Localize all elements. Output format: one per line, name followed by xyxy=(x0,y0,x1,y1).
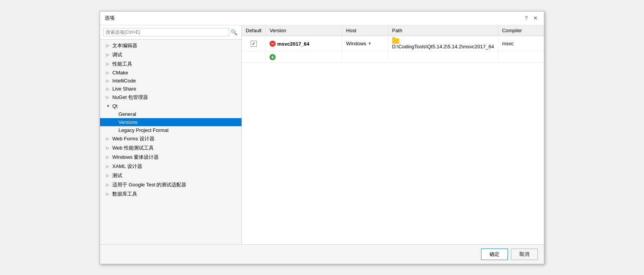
sidebar-item-qt-legacy[interactable]: Legacy Project Format xyxy=(100,126,242,134)
sidebar-item-web-perf[interactable]: ▷Web 性能测试工具 xyxy=(100,143,242,153)
cancel-button[interactable]: 取消 xyxy=(511,249,538,260)
expand-icon: ▼ xyxy=(106,104,111,108)
sidebar-item-label: Live Share xyxy=(112,86,136,92)
sidebar-item-label: Legacy Project Format xyxy=(118,127,169,133)
sidebar-item-label: Web Forms 设计器 xyxy=(112,135,154,142)
sidebar-item-windows-designer[interactable]: ▷Windows 窗体设计器 xyxy=(100,153,242,162)
table-row xyxy=(242,52,544,63)
compiler-value: msvc xyxy=(502,41,514,46)
title-bar-left: 选项 xyxy=(105,15,115,21)
sidebar-item-label: 文本编辑器 xyxy=(112,42,137,49)
expand-icon: ▷ xyxy=(106,79,111,83)
expand-icon: ▷ xyxy=(106,155,111,159)
sidebar-item-live-share[interactable]: ▷Live Share xyxy=(100,85,242,93)
title-bar-buttons: ? ✕ xyxy=(522,14,539,22)
sidebar-item-label: 调试 xyxy=(112,51,122,58)
tree-container: ▷文本编辑器▷调试▷性能工具▷CMake▷IntelliCode▷Live Sh… xyxy=(100,40,242,244)
sidebar-item-label: Versions xyxy=(118,119,138,125)
host-value: Windows xyxy=(346,41,366,46)
sidebar-item-label: 数据库工具 xyxy=(112,191,137,198)
expand-icon: ▷ xyxy=(106,183,111,187)
col-header-compiler: Compiler xyxy=(498,25,544,36)
expand-icon: ▷ xyxy=(106,173,111,178)
sidebar-item-xaml-designer[interactable]: ▷XAML 设计器 xyxy=(100,162,242,171)
ok-button[interactable]: 确定 xyxy=(481,249,508,260)
checkbox-checked[interactable]: ✓ xyxy=(251,41,257,47)
sidebar-item-web-forms[interactable]: ▷Web Forms 设计器 xyxy=(100,134,242,143)
sidebar-item-google-test[interactable]: ▷适用于 Google Test 的测试适配器 xyxy=(100,180,242,189)
sidebar-item-text-editor[interactable]: ▷文本编辑器 xyxy=(100,41,242,50)
cell-default-0[interactable]: ✓ xyxy=(242,36,266,52)
sidebar-item-qt-general[interactable]: General xyxy=(100,110,242,118)
col-header-host: Host xyxy=(342,25,388,36)
path-value: D:\CodingTools\Qt5.14.2\5.14.2\msvc2017_… xyxy=(392,44,494,49)
table-row: ✓msvc2017_64Windows▼D:\CodingTools\Qt5.1… xyxy=(242,36,544,52)
sidebar-item-label: Qt xyxy=(112,103,118,109)
expand-icon: ▷ xyxy=(106,146,111,150)
sidebar-item-label: NuGet 包管理器 xyxy=(112,94,148,101)
cell-version-1[interactable] xyxy=(266,52,342,63)
sidebar-item-label: 性能工具 xyxy=(112,61,132,68)
cell-path-0: D:\CodingTools\Qt5.14.2\5.14.2\msvc2017_… xyxy=(388,36,498,52)
search-input[interactable] xyxy=(103,28,229,36)
expand-icon: ▷ xyxy=(106,95,111,99)
options-dialog: 选项 ? ✕ 🔍 ▷文本编辑器▷调试▷性能工具▷CMake▷IntelliCod… xyxy=(100,11,544,264)
sidebar-item-nuget[interactable]: ▷NuGet 包管理器 xyxy=(100,93,242,102)
cell-version-0: msvc2017_64 xyxy=(266,36,342,52)
sidebar-item-cmake[interactable]: ▷CMake xyxy=(100,69,242,77)
expand-icon: ▷ xyxy=(106,62,111,66)
search-icon: 🔍 xyxy=(231,29,237,35)
table-header-row: Default Version Host Path Compiler xyxy=(242,25,544,36)
dialog-body: 🔍 ▷文本编辑器▷调试▷性能工具▷CMake▷IntelliCode▷Live … xyxy=(100,25,544,244)
versions-table: Default Version Host Path Compiler ✓msvc… xyxy=(242,25,544,63)
sidebar-item-label: 适用于 Google Test 的测试适配器 xyxy=(112,181,186,188)
dropdown-arrow-icon: ▼ xyxy=(368,41,372,46)
cell-host-0[interactable]: Windows▼ xyxy=(342,36,388,52)
red-minus-icon xyxy=(269,41,276,47)
sidebar-item-label: IntelliCode xyxy=(112,78,136,84)
cell-host-1 xyxy=(342,52,388,63)
expand-icon: ▷ xyxy=(106,87,111,91)
cell-compiler-1 xyxy=(498,52,544,63)
sidebar-item-label: CMake xyxy=(112,70,128,76)
green-plus-icon xyxy=(269,54,276,60)
expand-icon: ▷ xyxy=(106,192,111,196)
sidebar-item-label: Web 性能测试工具 xyxy=(112,145,154,151)
sidebar-item-perf-tools[interactable]: ▷性能工具 xyxy=(100,59,242,69)
close-button[interactable]: ✕ xyxy=(532,14,539,22)
dialog-footer: 确定 取消 xyxy=(100,244,544,264)
sidebar-item-label: Windows 窗体设计器 xyxy=(112,154,159,161)
expand-icon: ▷ xyxy=(106,71,111,75)
sidebar-item-debug[interactable]: ▷调试 xyxy=(100,50,242,59)
search-bar: 🔍 xyxy=(100,25,242,40)
expand-icon: ▷ xyxy=(106,43,111,48)
expand-icon: ▷ xyxy=(106,53,111,57)
sidebar-item-db-tools[interactable]: ▷数据库工具 xyxy=(100,189,242,199)
cell-path-1 xyxy=(388,52,498,63)
sidebar: 🔍 ▷文本编辑器▷调试▷性能工具▷CMake▷IntelliCode▷Live … xyxy=(100,25,242,244)
search-icon-button[interactable]: 🔍 xyxy=(229,28,238,37)
host-dropdown[interactable]: Windows▼ xyxy=(346,41,384,46)
version-name-label: msvc2017_64 xyxy=(277,41,309,47)
cell-compiler-0: msvc xyxy=(498,36,544,52)
folder-icon xyxy=(392,38,399,44)
col-header-version: Version xyxy=(266,25,342,36)
sidebar-item-label: General xyxy=(118,111,136,117)
col-header-default: Default xyxy=(242,25,266,36)
sidebar-item-intellicode[interactable]: ▷IntelliCode xyxy=(100,77,242,85)
title-bar: 选项 ? ✕ xyxy=(100,12,544,25)
help-button[interactable]: ? xyxy=(522,14,530,22)
cell-default-1[interactable] xyxy=(242,52,266,63)
dialog-title: 选项 xyxy=(105,15,115,21)
sidebar-item-label: 测试 xyxy=(112,172,122,179)
content-area: Default Version Host Path Compiler ✓msvc… xyxy=(242,25,544,244)
sidebar-item-qt[interactable]: ▼Qt xyxy=(100,102,242,110)
sidebar-item-label: XAML 设计器 xyxy=(112,163,142,170)
expand-icon: ▷ xyxy=(106,164,111,168)
expand-icon: ▷ xyxy=(106,137,111,141)
sidebar-item-test[interactable]: ▷测试 xyxy=(100,171,242,180)
col-header-path: Path xyxy=(388,25,498,36)
sidebar-item-qt-versions[interactable]: Versions xyxy=(100,118,242,126)
table-area: Default Version Host Path Compiler ✓msvc… xyxy=(242,25,544,244)
table-body: ✓msvc2017_64Windows▼D:\CodingTools\Qt5.1… xyxy=(242,36,544,62)
